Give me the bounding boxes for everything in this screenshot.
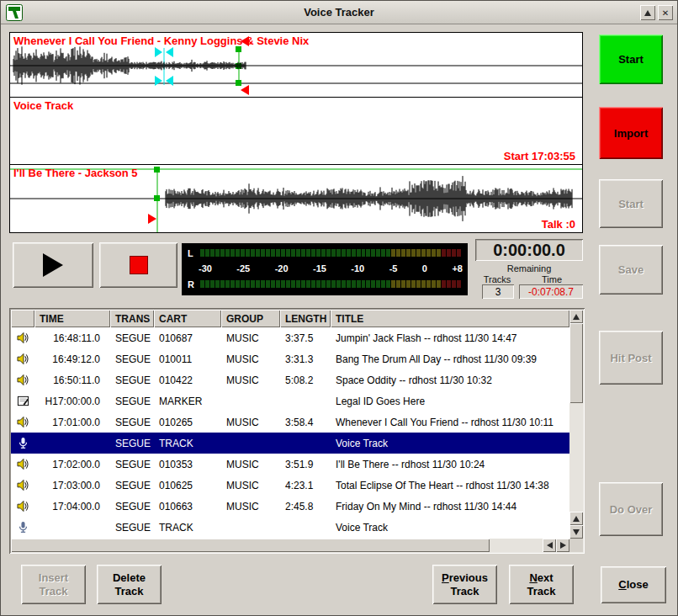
scale-tick: -30 [199,263,212,273]
segue-marker-icon[interactable] [236,46,241,52]
arrow-up-icon [573,516,580,522]
meter-scale: -30 -25 -20 -15 -10 -5 0 +8 [199,259,463,278]
fadeout-marker-icon[interactable] [155,47,162,57]
stop-icon [130,256,148,274]
scroll-up-button[interactable] [569,310,583,323]
cell-trans: SEGUE [110,501,154,512]
do-over-button: Do Over [599,482,663,536]
save-button: Save [599,245,663,295]
fadeout-marker-icon[interactable] [166,76,173,86]
table-row[interactable]: H17:00:00.0 SEGUE MARKER Legal ID Goes H… [11,390,569,412]
import-button[interactable]: Import [599,107,663,159]
close-button[interactable]: Close [601,566,666,603]
scale-tick: -10 [351,263,364,273]
cell-trans: SEGUE [110,374,154,386]
segue-marker-icon[interactable] [236,80,241,86]
column-header-time: TIME [34,310,110,327]
waveform-panel-previous-event[interactable]: Whenever I Call You Friend - Kenny Loggi… [10,33,582,98]
horizontal-scrollbar[interactable] [11,539,569,552]
table-row[interactable]: 17:02:00.0 SEGUE 010353 MUSIC 3:51.9 I'l… [11,454,569,475]
cell-trans: SEGUE [110,332,154,344]
cell-group: MUSIC [221,501,280,512]
row-type-icon [11,437,34,449]
fadeout-marker-icon[interactable] [166,47,173,57]
cell-group: MUSIC [221,353,280,365]
table-row-selected[interactable]: SEGUE TRACK Voice Track [11,433,569,454]
fadeout-marker-icon[interactable] [155,76,162,86]
close-window-button[interactable]: ✕ [658,5,673,20]
row-type-icon [11,521,34,534]
row-type-icon [11,479,34,491]
maximize-icon [644,10,651,16]
button-label: Track [451,585,479,598]
mic-icon [17,521,29,534]
scroll-up-button-secondary[interactable] [569,512,583,525]
scale-tick: -25 [236,263,250,273]
start-marker-icon[interactable] [154,195,160,201]
table-row[interactable]: SEGUE TRACK Voice Track [11,517,569,538]
column-header-trans: TRANS [110,310,154,327]
marker-icon [17,395,29,407]
scroll-down-button[interactable] [569,525,583,539]
hscroll-track[interactable] [11,539,543,552]
row-type-icon [11,395,34,407]
next-track-button[interactable]: Next Track [509,565,574,604]
end-marker-icon[interactable] [241,85,249,95]
waveform-panel-next-event[interactable]: I'll Be There - Jackson 5 Talk :0 [10,165,582,232]
cell-time: 16:50:11.0 [34,374,110,386]
vscroll-track[interactable] [569,323,583,512]
column-header-length: LENGTH [280,310,331,327]
cell-time: 17:01:00.0 [34,417,110,428]
play-button[interactable] [13,242,93,288]
meter-left-label: L [188,248,193,258]
table-row[interactable]: 17:03:00.0 SEGUE 010625 MUSIC 4:23.1 Tot… [11,475,569,496]
cell-title: Bang The Drum All Day -- rdhost 11/30 09… [331,353,569,365]
cell-title: Jumpin' Jack Flash -- rdhost 11/30 14:47 [331,332,569,344]
cell-cart: 010625 [154,480,221,491]
cell-cart: 010353 [154,459,221,470]
cell-group: MUSIC [221,417,280,428]
start-marker-icon[interactable] [154,167,160,173]
waveform-stack: Whenever I Call You Friend - Kenny Loggi… [9,32,583,233]
start-record-button[interactable]: Start [599,35,663,84]
delete-track-button[interactable]: Delete Track [97,565,162,604]
speaker-icon [17,479,29,491]
stop-button[interactable] [99,242,177,288]
play-icon [43,253,63,277]
table-row[interactable]: 17:01:00.0 SEGUE 010265 MUSIC 3:58.4 Whe… [11,412,569,433]
scroll-left-button[interactable] [543,539,556,552]
scale-tick: 0 [422,263,427,273]
cell-group: MUSIC [221,459,280,470]
cell-time: 17:02:00.0 [34,459,110,470]
scroll-right-button[interactable] [556,539,569,552]
cell-group: MUSIC [221,332,280,344]
maximize-button[interactable] [640,5,655,20]
cell-title: Whenever I Call You Friend -- rdhost 11/… [331,417,569,428]
vscroll-thumb[interactable] [569,323,583,403]
table-row[interactable]: 17:04:00.0 SEGUE 010663 MUSIC 2:45.8 Fri… [11,496,569,517]
vertical-scrollbar[interactable] [569,310,583,539]
waveform-panel-voice-track[interactable]: Voice Track Start 17:03:55 [10,98,582,165]
talk-time-label: Talk :0 [542,218,575,231]
scale-tick: +8 [452,263,463,273]
hscroll-thumb[interactable] [11,539,490,552]
voice-tracker-window: Voice Tracker ✕ Whenever I Call You Fri [0,0,678,616]
speaker-icon [17,374,29,386]
log-event-list: TIME TRANS CART GROUP LENGTH TITLE 16:48… [9,308,585,554]
remaining-tracks-label: Tracks [477,274,517,284]
row-type-icon [11,500,34,512]
previous-track-button[interactable]: Previous Track [432,565,497,604]
meter-left-leds [200,249,461,257]
table-row[interactable]: 16:49:12.0 SEGUE 010011 MUSIC 3:31.3 Ban… [11,348,569,369]
cell-length: 3:58.4 [280,417,331,428]
table-row[interactable]: 16:48:11.0 SEGUE 010687 MUSIC 3:37.5 Jum… [11,327,569,348]
row-type-icon [11,332,34,344]
table-row[interactable]: 16:50:11.0 SEGUE 010422 MUSIC 5:08.2 Spa… [11,369,569,390]
cell-time: 17:04:00.0 [34,501,110,512]
button-label: Track [40,585,68,598]
track-title-previous: Whenever I Call You Friend - Kenny Loggi… [13,35,309,47]
start-time-label: Start 17:03:55 [504,150,575,162]
talk-marker-icon[interactable] [148,214,156,224]
titlebar[interactable]: Voice Tracker ✕ [1,1,677,24]
column-header-icon [11,310,34,327]
